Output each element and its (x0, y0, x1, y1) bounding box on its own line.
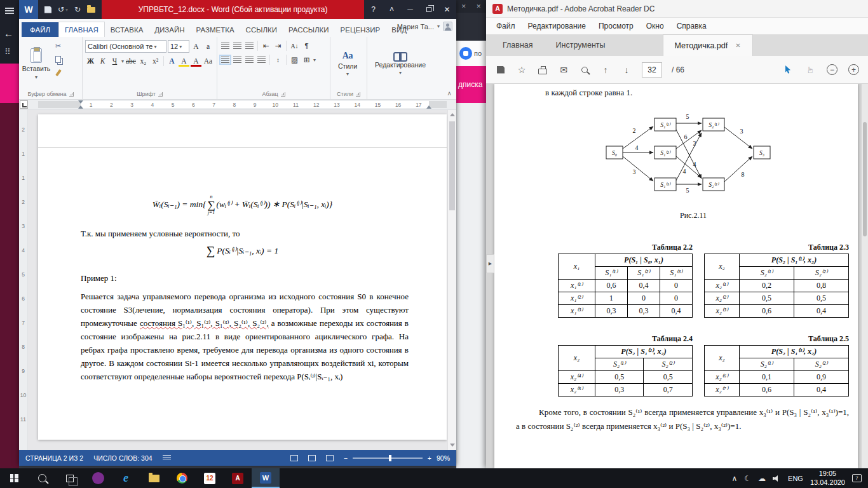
close-tab-icon[interactable]: ✕ (735, 42, 740, 49)
horizontal-ruler[interactable]: 1234567891011121314151617 (19, 100, 456, 110)
subscript-button[interactable]: x₂ (138, 55, 149, 67)
scroll-down-icon[interactable] (450, 444, 455, 447)
ribbon-tab[interactable]: РАССЫЛКИ (283, 22, 335, 37)
align-right-button[interactable] (244, 54, 255, 65)
cut-button[interactable]: ✂ (53, 41, 64, 51)
ribbon-tab[interactable]: ФАЙЛ (22, 22, 58, 37)
onedrive-cloud-icon[interactable]: ☁ (758, 474, 766, 483)
increase-indent-button[interactable]: ⇥ (273, 40, 283, 51)
task-view-button[interactable] (56, 468, 84, 488)
styles-button[interactable]: Аа Стили ▾ (333, 39, 362, 89)
pdf-view-area[interactable]: в каждой строке равна 1. (486, 84, 868, 468)
copy-button[interactable] (53, 55, 64, 64)
vertical-ruler[interactable]: 211234567891011 (19, 110, 28, 450)
tab-close-icon[interactable]: ✕ (461, 3, 466, 10)
bullets-button[interactable] (220, 40, 231, 51)
ribbon-tab[interactable]: ССЫЛКИ (240, 22, 283, 37)
night-light-icon[interactable]: ☾ (744, 474, 751, 483)
scroll-up-icon[interactable] (450, 113, 455, 116)
sort-button[interactable]: А↓ (289, 40, 300, 51)
document-page[interactable]: W̄ᵢ(Sᵢ₋₁) = min{n∑j=1(wᵢ⁽ʲ⁾ + W̄ᵢ(Sᵢ⁽ʲ⁾)… (38, 114, 447, 440)
taskbar-app-people[interactable] (84, 468, 112, 488)
back-icon[interactable]: ← (4, 28, 13, 39)
superscript-button[interactable]: x² (150, 55, 161, 67)
word-count[interactable]: ЧИСЛО СЛОВ: 304 (93, 454, 152, 462)
taskbar-app-calendar[interactable]: 12 (196, 468, 224, 488)
font-name-combobox[interactable]: Calibri (Основной те ▾ (85, 40, 166, 53)
text-effects-button[interactable]: А (166, 55, 177, 67)
save-button[interactable] (495, 63, 506, 77)
format-painter-button[interactable] (53, 68, 64, 78)
bold-button[interactable]: Ж (85, 55, 96, 67)
tab-document[interactable]: Методичка.pdf ✕ (663, 34, 753, 56)
dialog-launcher-icon[interactable] (69, 92, 74, 97)
tab-tools[interactable]: Инструменты (545, 34, 617, 56)
apps-grid-icon[interactable]: ⠿ (4, 47, 10, 57)
zoom-slider[interactable] (353, 458, 423, 459)
zoom-level[interactable]: 90% (437, 454, 450, 462)
save-button[interactable] (44, 6, 51, 13)
next-page-button[interactable]: ↓ (621, 63, 632, 77)
redo-button[interactable]: ↻ (74, 5, 81, 14)
ribbon-tab[interactable]: РАЗМЕТКА (191, 22, 240, 37)
select-tool-button[interactable] (782, 63, 794, 77)
previous-page-button[interactable]: ↑ (600, 63, 611, 77)
tab-home[interactable]: Главная (491, 34, 545, 56)
action-center-button[interactable]: 7 (852, 474, 862, 482)
align-left-button[interactable] (220, 54, 231, 65)
shrink-font-button[interactable]: а (203, 41, 214, 52)
open-button[interactable] (87, 7, 95, 13)
scrollbar-thumb[interactable] (863, 122, 867, 236)
dialog-launcher-icon[interactable] (356, 92, 360, 97)
borders-button[interactable]: ⊞ (301, 54, 312, 65)
zoom-out-button[interactable]: − (344, 454, 348, 462)
line-spacing-button[interactable]: ↕ (273, 54, 283, 65)
right-indent-marker[interactable] (426, 105, 431, 109)
taskbar-app-chrome[interactable] (168, 468, 196, 488)
zoom-out-button[interactable]: − (827, 64, 837, 75)
editing-button[interactable]: Редактирование ▾ (370, 39, 431, 89)
expand-panel-button[interactable]: ▶ (486, 254, 494, 273)
paste-button[interactable]: Вставить ▾ (22, 39, 51, 89)
print-layout-button[interactable] (308, 455, 316, 461)
collapse-ribbon-button[interactable]: ˄ (447, 90, 451, 97)
underline-button[interactable]: Ч (109, 55, 120, 67)
first-line-indent-marker[interactable] (78, 100, 83, 104)
decrease-indent-button[interactable]: ⇤ (261, 40, 271, 51)
change-case-button[interactable]: Аа (203, 55, 214, 67)
menu-item[interactable]: Файл (490, 22, 522, 30)
taskbar-app-acrobat[interactable]: A (224, 468, 252, 488)
ribbon-options-button[interactable]: ˄ (383, 0, 401, 19)
scrollbar-thumb[interactable] (449, 121, 455, 210)
vertical-scrollbar[interactable] (447, 110, 456, 450)
language-indicator[interactable]: ENG (788, 475, 803, 482)
tab-close-icon[interactable]: ✕ (476, 3, 481, 10)
clock[interactable]: 19:05 13.04.2020 (810, 470, 845, 487)
hidden-icons-chevron[interactable]: ∧ (732, 474, 738, 483)
search-button[interactable] (579, 63, 590, 77)
zoom-slider-thumb[interactable] (389, 455, 391, 461)
search-button[interactable] (28, 468, 56, 488)
menu-item[interactable]: Справка (670, 22, 713, 30)
restore-button[interactable] (419, 0, 438, 19)
highlight-button[interactable]: А (179, 55, 189, 67)
zoom-in-button[interactable]: + (428, 454, 431, 462)
italic-button[interactable]: К (97, 55, 108, 67)
numbering-button[interactable] (232, 40, 243, 51)
dialog-launcher-icon[interactable] (281, 92, 285, 97)
hanging-indent-marker[interactable] (78, 105, 83, 109)
menu-item[interactable]: Редактирование (522, 22, 592, 30)
zoom-in-button[interactable]: + (848, 64, 859, 75)
pdf-scrollbar[interactable] (862, 84, 868, 468)
font-size-combobox[interactable]: 12 ▾ (168, 40, 189, 53)
grow-font-button[interactable]: А (191, 41, 201, 52)
tab-selector[interactable] (20, 100, 28, 109)
read-mode-button[interactable] (290, 455, 298, 461)
page-number-input[interactable] (642, 62, 662, 78)
help-button[interactable]: ? (364, 0, 383, 19)
strikethrough-button[interactable]: abc (125, 55, 137, 67)
ribbon-tab[interactable]: ВСТАВКА (105, 22, 149, 37)
undo-button[interactable]: ↺▾ (58, 5, 68, 14)
web-layout-button[interactable] (326, 455, 334, 461)
taskbar-app-word[interactable]: W (252, 468, 280, 488)
